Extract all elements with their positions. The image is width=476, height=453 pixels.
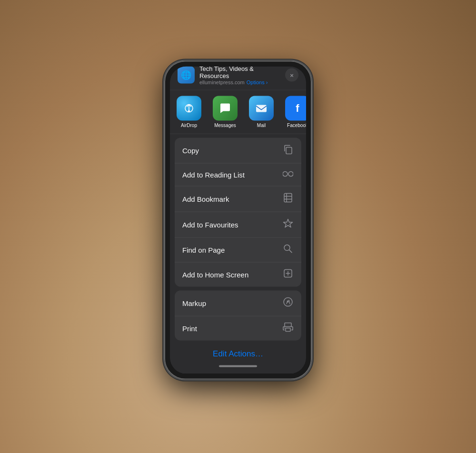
add-home-screen-label: Add to Home Screen — [182, 271, 248, 279]
svg-point-5 — [288, 172, 293, 177]
facebook-label: Facebook — [287, 123, 306, 128]
copy-action[interactable]: Copy — [175, 138, 301, 164]
add-favourites-label: Add to Favourites — [182, 221, 238, 229]
svg-rect-10 — [285, 323, 291, 327]
mail-label: Mail — [257, 123, 266, 128]
home-indicator — [219, 365, 257, 367]
site-url: elluminetpress.com — [199, 79, 245, 85]
share-sheet: 🌐 Tech Tips, Videos & Resources ellumine… — [170, 67, 306, 374]
sheet-header: 🌐 Tech Tips, Videos & Resources ellumine… — [170, 67, 306, 90]
find-on-page-label: Find on Page — [182, 246, 225, 254]
favourites-icon — [282, 218, 294, 231]
scene: 10:32 ▌▌▌ ≈ ▓ 🌐 Tech Tips, Videos & Reso… — [0, 0, 476, 453]
markup-icon — [282, 297, 294, 310]
add-home-screen-action[interactable]: Add to Home Screen — [175, 263, 301, 287]
add-reading-list-action[interactable]: Add to Reading List — [175, 164, 301, 187]
phone-screen: 10:32 ▌▌▌ ≈ ▓ 🌐 Tech Tips, Videos & Reso… — [170, 67, 306, 374]
svg-point-4 — [283, 172, 288, 177]
print-label: Print — [182, 325, 197, 333]
copy-label: Copy — [182, 147, 199, 155]
phone: 10:32 ▌▌▌ ≈ ▓ 🌐 Tech Tips, Videos & Reso… — [164, 61, 312, 380]
print-action[interactable]: Print — [175, 316, 301, 341]
app-facebook[interactable]: f Facebook — [283, 96, 306, 128]
add-reading-list-label: Add to Reading List — [182, 171, 245, 179]
options-link[interactable]: Options › — [247, 79, 268, 85]
svg-rect-6 — [284, 194, 292, 202]
markup-action[interactable]: Markup — [175, 291, 301, 316]
edit-actions-label: Edit Actions… — [213, 349, 263, 358]
reading-list-icon — [282, 170, 294, 180]
facebook-icon: f — [285, 96, 306, 121]
close-button[interactable]: × — [285, 69, 298, 82]
actions-group-2: Markup Print — [175, 291, 301, 341]
mail-icon — [249, 96, 274, 121]
airdrop-label: AirDrop — [181, 123, 197, 128]
svg-rect-11 — [286, 328, 290, 332]
find-on-page-action[interactable]: Find on Page — [175, 238, 301, 263]
add-favourites-action[interactable]: Add to Favourites — [175, 212, 301, 238]
site-info: Tech Tips, Videos & Resources elluminetp… — [199, 67, 280, 85]
svg-point-1 — [188, 110, 190, 112]
edit-actions[interactable]: Edit Actions… — [170, 345, 306, 364]
search-icon — [282, 244, 294, 256]
app-airdrop[interactable]: AirDrop — [175, 96, 203, 128]
svg-rect-3 — [286, 148, 292, 154]
bookmark-icon — [282, 193, 294, 206]
app-messages[interactable]: Messages — [211, 96, 239, 128]
svg-rect-2 — [256, 105, 267, 112]
airdrop-icon — [177, 96, 201, 121]
messages-label: Messages — [214, 123, 236, 128]
site-title: Tech Tips, Videos & Resources — [199, 67, 280, 79]
copy-icon — [282, 144, 294, 157]
add-bookmark-label: Add Bookmark — [182, 195, 229, 203]
markup-label: Markup — [182, 299, 206, 307]
svg-point-7 — [284, 245, 290, 251]
site-url-row: elluminetpress.com Options › — [199, 79, 280, 85]
site-icon: 🌐 — [178, 67, 195, 84]
add-home-screen-icon — [282, 269, 294, 281]
apps-row: AirDrop Messages — [170, 90, 306, 134]
print-icon — [282, 323, 294, 335]
add-bookmark-action[interactable]: Add Bookmark — [175, 187, 301, 212]
app-mail[interactable]: Mail — [247, 96, 276, 128]
messages-icon — [213, 96, 238, 121]
actions-group-1: Copy Add to Reading List — [175, 138, 301, 287]
svg-point-12 — [284, 328, 285, 329]
